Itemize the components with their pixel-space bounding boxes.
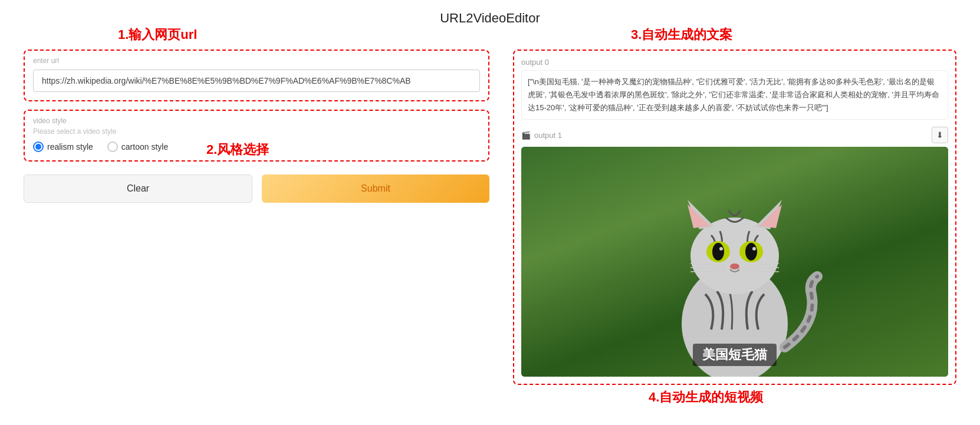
style-section-label: video style <box>33 117 480 125</box>
svg-point-1 <box>690 218 779 294</box>
svg-point-12 <box>730 263 739 269</box>
svg-marker-3 <box>688 205 710 228</box>
svg-marker-5 <box>759 205 782 228</box>
svg-point-9 <box>745 243 757 261</box>
svg-point-8 <box>712 243 724 261</box>
style-options: realism style cartoon style <box>33 141 480 152</box>
radio-realism[interactable]: realism style <box>33 141 93 152</box>
svg-point-10 <box>719 247 723 251</box>
svg-line-17 <box>744 268 779 268</box>
page-title: URL2VideoEditor <box>0 0 980 32</box>
radio-cartoon-circle <box>107 141 118 152</box>
annotation-video-label: 4.自动生成的短视频 <box>649 388 763 406</box>
svg-point-11 <box>752 247 756 251</box>
output0-text: ["\n美国短毛猫, '是一种神奇又魔幻的宠物猫品种', '它们优雅可爱', '… <box>521 70 948 120</box>
output1-header: 🎬 output 1 ⬇ <box>521 127 948 143</box>
video-icon: 🎬 <box>521 131 531 140</box>
video-container: 美国短毛猫 <box>521 147 948 377</box>
url-section: enter url <box>24 50 489 101</box>
video-caption: 美国短毛猫 <box>693 344 777 366</box>
radio-realism-label: realism style <box>47 142 93 151</box>
submit-button[interactable]: Submit <box>262 174 489 203</box>
style-section: video style Please select a video style … <box>24 110 489 162</box>
style-placeholder: Please select a video style <box>33 127 480 136</box>
url-input[interactable] <box>33 70 480 92</box>
output0-label: output 0 <box>521 58 948 67</box>
radio-realism-circle <box>33 141 44 152</box>
buttons-row: Clear Submit <box>24 174 489 203</box>
radio-cartoon[interactable]: cartoon style <box>107 141 168 152</box>
url-section-label: enter url <box>33 57 480 65</box>
output0-section: output 0 ["\n美国短毛猫, '是一种神奇又魔幻的宠物猫品种', '它… <box>521 58 948 120</box>
output1-section: 🎬 output 1 ⬇ <box>521 127 948 377</box>
radio-cartoon-label: cartoon style <box>121 142 168 151</box>
download-button[interactable]: ⬇ <box>932 127 948 143</box>
output1-label: output 1 <box>534 131 562 140</box>
right-dashed-box: output 0 ["\n美国短毛猫, '是一种神奇又魔幻的宠物猫品种', '它… <box>513 50 956 385</box>
svg-line-14 <box>690 268 726 268</box>
video-placeholder: 美国短毛猫 <box>521 147 948 377</box>
clear-button[interactable]: Clear <box>24 174 252 203</box>
